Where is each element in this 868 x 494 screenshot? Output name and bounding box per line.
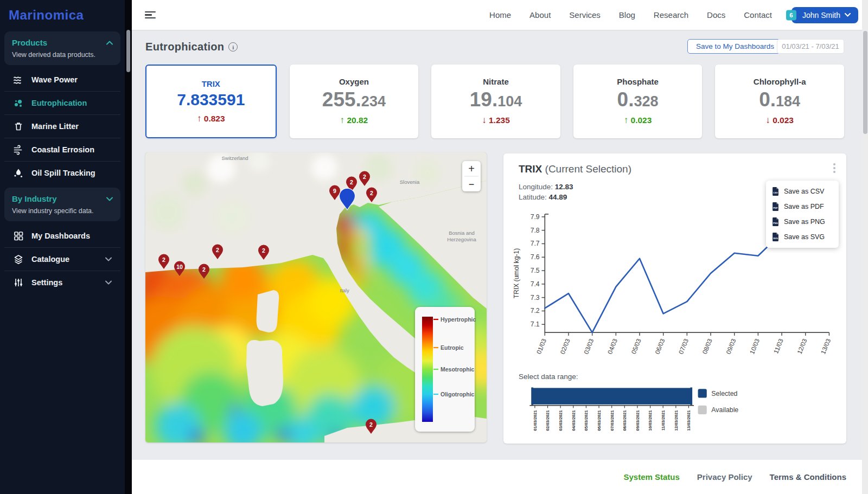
hamburger-menu-icon[interactable] [145,10,156,21]
sidebar-item-catalogue[interactable]: Catalogue [4,247,120,271]
nav-link-docs[interactable]: Docs [707,10,725,20]
legend-label-hypertrophic: Hypertrophic [441,316,476,323]
range-selected-bar[interactable] [533,388,691,404]
sidebar-item-label: Oil Spill Tracking [31,169,95,177]
menu-item-save-as-svg[interactable]: SVG Save as SVG [766,229,839,245]
stat-label: Chlorophyll-a [754,77,806,86]
legend-label-mesotrophic: Mesotrophic [441,366,475,373]
svg-text:11/03: 11/03 [772,338,784,355]
range-legend-label: Selected [711,390,737,397]
menu-item-save-as-csv[interactable]: CSV Save as CSV [766,184,839,199]
svg-text:03/03: 03/03 [582,338,595,355]
sidebar-section-by-industry[interactable]: By IndustryView industry specific data. [4,188,120,221]
user-button[interactable]: John Smith [792,7,858,23]
range-handle-left[interactable] [531,387,533,405]
legend-label-oligotrophic: Oligotrophic [441,391,475,397]
stat-card-oxygen[interactable]: Oxygen 255.234 ↑ 20.82 [290,65,419,138]
svg-text:CSV: CSV [773,191,778,194]
svg-text:7.1: 7.1 [531,320,540,328]
menu-item-save-as-png[interactable]: PNG Save as PNG [766,214,839,229]
nav-link-home[interactable]: Home [489,10,511,20]
map-canvas[interactable]: SwitzerlandSloveniaBosnia andHerzegovina… [145,152,487,442]
nav-link-research[interactable]: Research [654,10,688,20]
sidebar-item-coastal-errosion[interactable]: Coastal Errosion [4,138,120,161]
svg-text:09/03: 09/03 [724,338,737,355]
map-legend: HypertrophicEutropicMesotrophicOligotrop… [415,307,476,432]
droplets-icon [13,168,24,178]
sidebar-item-label: Settings [31,278,62,287]
stat-delta: ↓ 0.023 [765,115,794,126]
notification-badge: 6 [786,10,796,20]
menu-item-label: Save as PNG [784,218,825,226]
panel-title: TRIX (Current Selection) [519,163,631,175]
stat-card-trix[interactable]: TRIX 7.833591 ↑ 0.823 [145,65,277,138]
footer-link-privacy-policy[interactable]: Privacy Policy [697,472,752,482]
main-area: HomeAboutServicesBlogResearchDocsContact… [132,0,868,494]
map-label-slovenia: Slovenia [400,179,420,185]
svg-text:10: 10 [176,264,183,270]
map-label-bosnia-and: Bosnia and [449,230,475,236]
svg-text:05/03/2021: 05/03/2021 [584,410,589,431]
sidebar-scrollbar[interactable] [125,0,132,494]
legend-label-eutropic: Eutropic [441,344,464,351]
chevron-up-icon [106,41,113,45]
stat-label: Nitrate [483,77,509,86]
svg-text:7.7: 7.7 [531,240,540,247]
svg-text:01/03: 01/03 [535,338,547,355]
date-range-selector[interactable]: 01/03/202102/03/202103/03/202104/03/2021… [512,383,832,444]
range-legend-swatch-selected [698,389,707,397]
svg-text:12/03/2021: 12/03/2021 [674,410,679,431]
nav-link-about[interactable]: About [529,10,551,20]
menu-item-label: Save as PDF [784,203,824,210]
svg-text:04/03: 04/03 [606,338,618,355]
sidebar-item-wave-power[interactable]: Wave Power [4,68,120,91]
map-label-switzerland: Switzerland [221,155,248,161]
sidebar-item-label: Eutrophication [31,99,87,107]
footer-link-system-status[interactable]: System Status [623,472,679,482]
sidebar-item-label: My Dashboards [31,232,90,240]
sidebar-item-my-dashboards[interactable]: My Dashboards [4,224,120,247]
page-scrollbar-thumb[interactable] [863,31,867,134]
sidebar-scrollbar-thumb[interactable] [126,30,130,72]
date-range-picker[interactable]: 01/03/21 - 7/03/21 [777,39,844,54]
sidebar-item-label: Catalogue [31,255,69,264]
nav-link-services[interactable]: Services [569,10,601,20]
footer-link-terms-conditions[interactable]: Terms & Conditions [770,472,846,482]
sidebar-item-settings[interactable]: Settings [4,271,120,294]
stat-card-chlorophyll-a[interactable]: Chlorophyll-a 0.184 ↓ 0.023 [715,65,844,138]
sidebar-section-products[interactable]: ProductsView derived data products. [4,31,120,65]
sidebar-item-eutrophication[interactable]: Eutrophication [4,91,120,114]
svg-text:PNG: PNG [773,222,778,224]
stat-label: TRIX [202,79,220,88]
sidebar-item-oil-spill-tracking[interactable]: Oil Spill Tracking [4,161,120,184]
longitude-readout: Longitude: 12.83 [519,183,573,191]
kebab-menu-icon[interactable] [831,161,838,175]
nav-link-blog[interactable]: Blog [619,10,635,20]
zoom-out-button[interactable]: − [469,179,475,190]
stat-card-phosphate[interactable]: Phosphate 0.328 ↑ 0.023 [573,65,703,138]
page-scrollbar[interactable] [862,0,868,494]
info-icon[interactable]: i [228,42,238,52]
menu-item-label: Save as CSV [784,188,824,195]
save-to-dashboards-button[interactable]: Save to My Dashboards [687,39,783,54]
stat-card-nitrate[interactable]: Nitrate 19.104 ↓ 1.235 [431,65,560,138]
top-nav-links: HomeAboutServicesBlogResearchDocsContact [489,10,772,20]
svg-text:2: 2 [369,421,373,428]
svg-text:7.2: 7.2 [531,307,540,315]
svg-text:09/03/2021: 09/03/2021 [635,410,640,431]
sidebar-item-marine-litter[interactable]: Marine Litter [4,114,120,138]
svg-text:7.4: 7.4 [531,280,540,288]
svg-text:13/03: 13/03 [819,338,832,355]
range-handle-right[interactable] [690,387,692,405]
svg-text:2: 2 [262,247,265,254]
svg-text:7.8: 7.8 [531,227,540,234]
menu-item-save-as-pdf[interactable]: PDF Save as PDF [766,199,839,214]
map-panel[interactable]: SwitzerlandSloveniaBosnia andHerzegovina… [145,152,487,442]
latitude-readout: Latitude: 44.89 [519,193,567,201]
nav-link-contact[interactable]: Contact [744,10,772,20]
chevron-down-icon [845,13,851,17]
section-description: View derived data products. [12,51,113,59]
user-name: John Smith [802,11,840,20]
zoom-in-button[interactable]: + [468,163,475,175]
map-zoom-control[interactable]: + − [462,161,481,191]
